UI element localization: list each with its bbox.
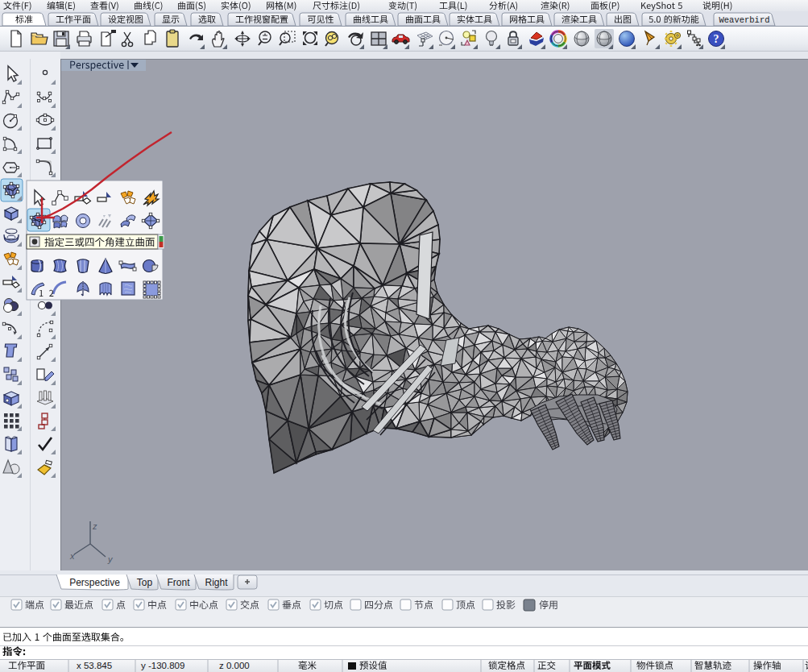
svg-text:Perspective: Perspective bbox=[69, 577, 120, 588]
svg-text:y -130.809: y -130.809 bbox=[141, 661, 184, 670]
svg-text:Weaverbird: Weaverbird bbox=[719, 15, 769, 25]
svg-text:x: x bbox=[69, 551, 75, 561]
svg-text:x 53.845: x 53.845 bbox=[77, 661, 112, 670]
svg-text:Front: Front bbox=[167, 577, 190, 588]
svg-text:y: y bbox=[107, 554, 114, 564]
svg-text:Right: Right bbox=[205, 577, 228, 588]
svg-text:z: z bbox=[92, 521, 97, 531]
svg-text:Top: Top bbox=[137, 577, 153, 588]
svg-text:?: ? bbox=[714, 33, 719, 45]
svg-text:z 0.000: z 0.000 bbox=[219, 661, 250, 670]
